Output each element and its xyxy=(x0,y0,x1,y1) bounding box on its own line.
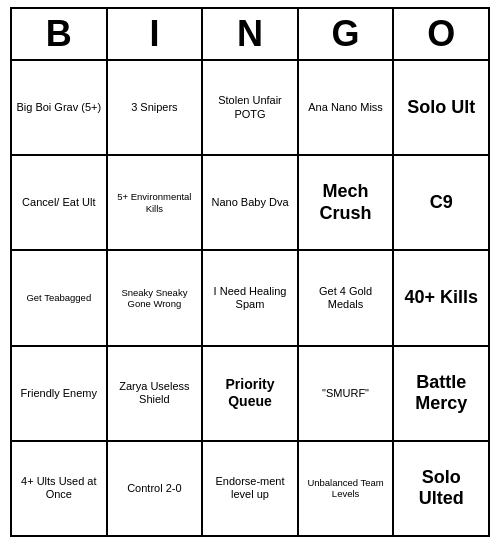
bingo-row-2: Get TeabaggedSneaky Sneaky Gone WrongI N… xyxy=(12,251,488,346)
bingo-cell-2-4: 40+ Kills xyxy=(394,251,488,344)
bingo-cell-1-3: Mech Crush xyxy=(299,156,395,249)
bingo-cell-4-0: 4+ Ults Used at Once xyxy=(12,442,108,535)
bingo-cell-3-4: Battle Mercy xyxy=(394,347,488,440)
bingo-cell-3-0: Friendly Enemy xyxy=(12,347,108,440)
header-letter-I: I xyxy=(108,9,204,59)
bingo-cell-1-0: Cancel/ Eat Ult xyxy=(12,156,108,249)
bingo-cell-0-2: Stolen Unfair POTG xyxy=(203,61,299,154)
bingo-cell-2-1: Sneaky Sneaky Gone Wrong xyxy=(108,251,204,344)
header-letter-O: O xyxy=(394,9,488,59)
bingo-cell-4-4: Solo Ulted xyxy=(394,442,488,535)
bingo-cell-0-4: Solo Ult xyxy=(394,61,488,154)
bingo-cell-1-4: C9 xyxy=(394,156,488,249)
bingo-cell-2-2: I Need Healing Spam xyxy=(203,251,299,344)
header-letter-N: N xyxy=(203,9,299,59)
bingo-cell-3-3: "SMURF" xyxy=(299,347,395,440)
bingo-cell-3-1: Zarya Useless Shield xyxy=(108,347,204,440)
bingo-cell-1-2: Nano Baby Dva xyxy=(203,156,299,249)
bingo-cell-0-1: 3 Snipers xyxy=(108,61,204,154)
bingo-grid: Big Boi Grav (5+)3 SnipersStolen Unfair … xyxy=(12,61,488,535)
bingo-cell-0-3: Ana Nano Miss xyxy=(299,61,395,154)
header-letter-G: G xyxy=(299,9,395,59)
bingo-row-4: 4+ Ults Used at OnceControl 2-0Endorse-m… xyxy=(12,442,488,535)
bingo-card: BINGO Big Boi Grav (5+)3 SnipersStolen U… xyxy=(10,7,490,537)
bingo-cell-2-0: Get Teabagged xyxy=(12,251,108,344)
bingo-cell-4-3: Unbalanced Team Levels xyxy=(299,442,395,535)
bingo-cell-2-3: Get 4 Gold Medals xyxy=(299,251,395,344)
bingo-cell-0-0: Big Boi Grav (5+) xyxy=(12,61,108,154)
header-letter-B: B xyxy=(12,9,108,59)
bingo-row-0: Big Boi Grav (5+)3 SnipersStolen Unfair … xyxy=(12,61,488,156)
bingo-cell-4-1: Control 2-0 xyxy=(108,442,204,535)
bingo-header: BINGO xyxy=(12,9,488,61)
bingo-cell-4-2: Endorse-ment level up xyxy=(203,442,299,535)
bingo-row-1: Cancel/ Eat Ult5+ Environmental KillsNan… xyxy=(12,156,488,251)
bingo-cell-1-1: 5+ Environmental Kills xyxy=(108,156,204,249)
bingo-row-3: Friendly EnemyZarya Useless ShieldPriori… xyxy=(12,347,488,442)
bingo-cell-3-2: Priority Queue xyxy=(203,347,299,440)
